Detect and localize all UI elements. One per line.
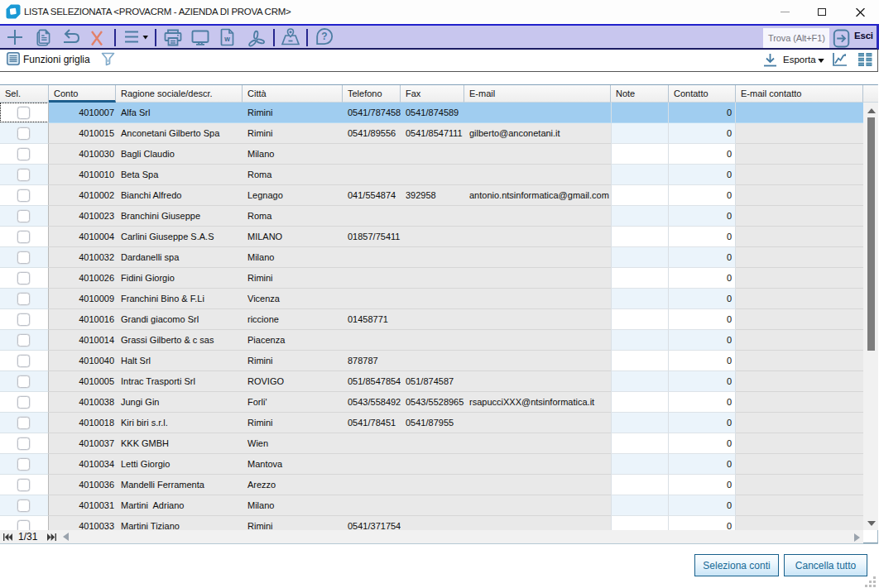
- svg-text:?: ?: [321, 31, 327, 42]
- svg-text:w: w: [223, 35, 230, 43]
